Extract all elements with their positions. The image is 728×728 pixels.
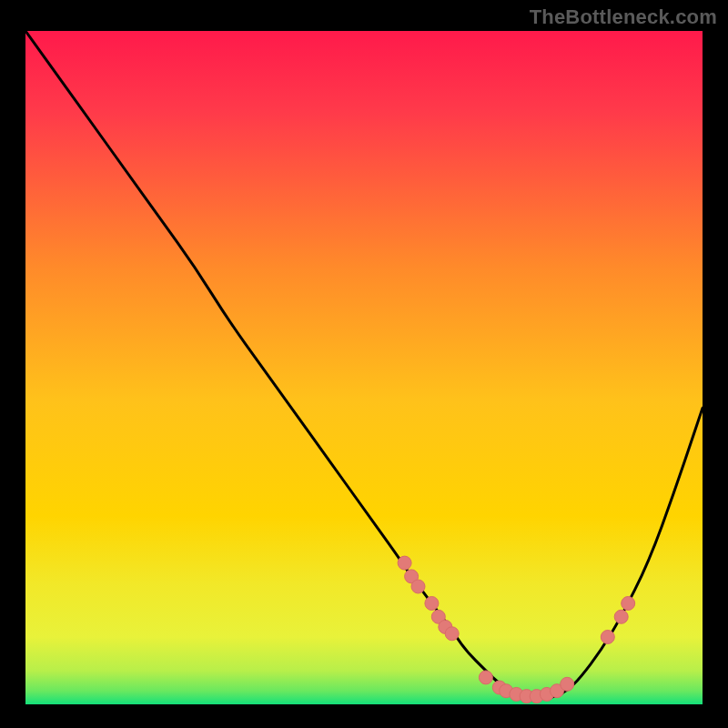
- data-point: [479, 671, 492, 684]
- bottleneck-chart: [25, 31, 703, 704]
- data-point: [425, 597, 439, 611]
- data-point: [614, 610, 628, 623]
- data-point: [398, 556, 411, 570]
- data-point: [601, 631, 614, 644]
- gradient-bg: [25, 31, 703, 704]
- watermark-label: TheBottleneck.com: [530, 5, 717, 29]
- data-point: [445, 627, 459, 641]
- data-point: [411, 580, 425, 593]
- data-point: [561, 677, 574, 691]
- plot-area: [25, 31, 703, 704]
- chart-frame: TheBottleneck.com: [0, 0, 728, 728]
- data-point: [622, 597, 635, 611]
